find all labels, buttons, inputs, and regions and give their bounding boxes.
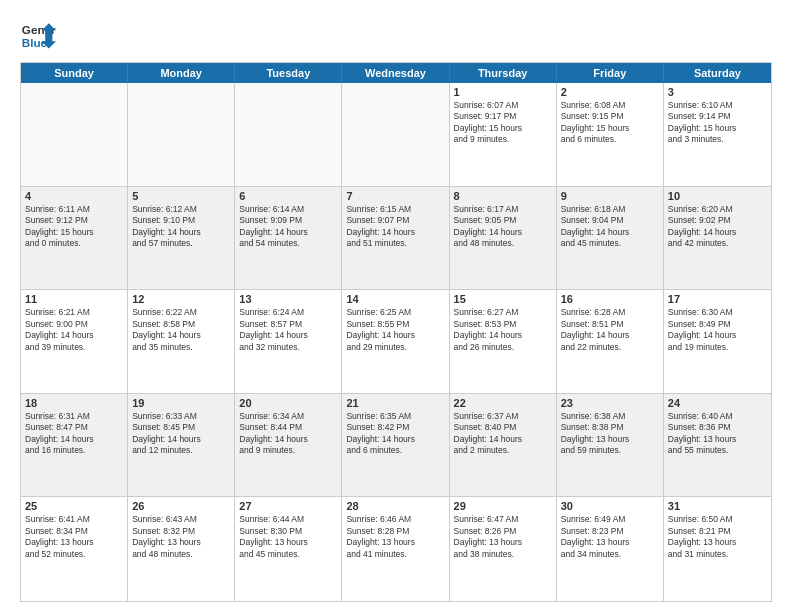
day-number: 18 [25,397,123,409]
day-info: Sunrise: 6:35 AM Sunset: 8:42 PM Dayligh… [346,411,444,457]
day-number: 26 [132,500,230,512]
day-number: 5 [132,190,230,202]
day-number: 10 [668,190,767,202]
calendar-cell: 19Sunrise: 6:33 AM Sunset: 8:45 PM Dayli… [128,394,235,497]
day-info: Sunrise: 6:20 AM Sunset: 9:02 PM Dayligh… [668,204,767,250]
day-info: Sunrise: 6:27 AM Sunset: 8:53 PM Dayligh… [454,307,552,353]
day-number: 8 [454,190,552,202]
calendar-cell: 30Sunrise: 6:49 AM Sunset: 8:23 PM Dayli… [557,497,664,601]
calendar-cell: 17Sunrise: 6:30 AM Sunset: 8:49 PM Dayli… [664,290,771,393]
day-info: Sunrise: 6:47 AM Sunset: 8:26 PM Dayligh… [454,514,552,560]
day-number: 4 [25,190,123,202]
day-info: Sunrise: 6:49 AM Sunset: 8:23 PM Dayligh… [561,514,659,560]
day-number: 17 [668,293,767,305]
calendar-cell: 12Sunrise: 6:22 AM Sunset: 8:58 PM Dayli… [128,290,235,393]
calendar-cell: 31Sunrise: 6:50 AM Sunset: 8:21 PM Dayli… [664,497,771,601]
calendar-cell [128,83,235,186]
day-number: 15 [454,293,552,305]
day-info: Sunrise: 6:15 AM Sunset: 9:07 PM Dayligh… [346,204,444,250]
day-number: 14 [346,293,444,305]
day-number: 31 [668,500,767,512]
calendar: SundayMondayTuesdayWednesdayThursdayFrid… [20,62,772,602]
day-info: Sunrise: 6:38 AM Sunset: 8:38 PM Dayligh… [561,411,659,457]
calendar-cell: 3Sunrise: 6:10 AM Sunset: 9:14 PM Daylig… [664,83,771,186]
day-info: Sunrise: 6:50 AM Sunset: 8:21 PM Dayligh… [668,514,767,560]
calendar-cell [21,83,128,186]
calendar-cell: 24Sunrise: 6:40 AM Sunset: 8:36 PM Dayli… [664,394,771,497]
calendar-cell: 13Sunrise: 6:24 AM Sunset: 8:57 PM Dayli… [235,290,342,393]
day-info: Sunrise: 6:30 AM Sunset: 8:49 PM Dayligh… [668,307,767,353]
calendar-body: 1Sunrise: 6:07 AM Sunset: 9:17 PM Daylig… [21,83,771,601]
day-number: 9 [561,190,659,202]
calendar-cell: 14Sunrise: 6:25 AM Sunset: 8:55 PM Dayli… [342,290,449,393]
day-number: 20 [239,397,337,409]
calendar-cell: 26Sunrise: 6:43 AM Sunset: 8:32 PM Dayli… [128,497,235,601]
calendar-row: 1Sunrise: 6:07 AM Sunset: 9:17 PM Daylig… [21,83,771,187]
calendar-cell: 25Sunrise: 6:41 AM Sunset: 8:34 PM Dayli… [21,497,128,601]
day-info: Sunrise: 6:28 AM Sunset: 8:51 PM Dayligh… [561,307,659,353]
calendar-cell: 28Sunrise: 6:46 AM Sunset: 8:28 PM Dayli… [342,497,449,601]
day-number: 2 [561,86,659,98]
header-day: Monday [128,63,235,83]
calendar-cell: 10Sunrise: 6:20 AM Sunset: 9:02 PM Dayli… [664,187,771,290]
day-info: Sunrise: 6:07 AM Sunset: 9:17 PM Dayligh… [454,100,552,146]
day-number: 28 [346,500,444,512]
calendar-cell: 20Sunrise: 6:34 AM Sunset: 8:44 PM Dayli… [235,394,342,497]
day-number: 6 [239,190,337,202]
calendar-cell: 1Sunrise: 6:07 AM Sunset: 9:17 PM Daylig… [450,83,557,186]
day-info: Sunrise: 6:34 AM Sunset: 8:44 PM Dayligh… [239,411,337,457]
calendar-cell: 11Sunrise: 6:21 AM Sunset: 9:00 PM Dayli… [21,290,128,393]
header-day: Wednesday [342,63,449,83]
day-number: 29 [454,500,552,512]
day-info: Sunrise: 6:08 AM Sunset: 9:15 PM Dayligh… [561,100,659,146]
header-day: Sunday [21,63,128,83]
logo-icon: General Blue [20,16,56,52]
day-info: Sunrise: 6:46 AM Sunset: 8:28 PM Dayligh… [346,514,444,560]
calendar-cell: 21Sunrise: 6:35 AM Sunset: 8:42 PM Dayli… [342,394,449,497]
day-number: 21 [346,397,444,409]
day-info: Sunrise: 6:21 AM Sunset: 9:00 PM Dayligh… [25,307,123,353]
day-number: 19 [132,397,230,409]
header-day: Thursday [450,63,557,83]
day-info: Sunrise: 6:24 AM Sunset: 8:57 PM Dayligh… [239,307,337,353]
header-day: Saturday [664,63,771,83]
header: General Blue [20,16,772,52]
day-info: Sunrise: 6:43 AM Sunset: 8:32 PM Dayligh… [132,514,230,560]
calendar-header: SundayMondayTuesdayWednesdayThursdayFrid… [21,63,771,83]
calendar-cell: 4Sunrise: 6:11 AM Sunset: 9:12 PM Daylig… [21,187,128,290]
header-day: Friday [557,63,664,83]
day-info: Sunrise: 6:33 AM Sunset: 8:45 PM Dayligh… [132,411,230,457]
day-number: 23 [561,397,659,409]
day-info: Sunrise: 6:14 AM Sunset: 9:09 PM Dayligh… [239,204,337,250]
calendar-cell: 7Sunrise: 6:15 AM Sunset: 9:07 PM Daylig… [342,187,449,290]
day-info: Sunrise: 6:40 AM Sunset: 8:36 PM Dayligh… [668,411,767,457]
day-number: 13 [239,293,337,305]
day-info: Sunrise: 6:31 AM Sunset: 8:47 PM Dayligh… [25,411,123,457]
day-info: Sunrise: 6:18 AM Sunset: 9:04 PM Dayligh… [561,204,659,250]
day-number: 27 [239,500,337,512]
calendar-row: 25Sunrise: 6:41 AM Sunset: 8:34 PM Dayli… [21,497,771,601]
day-number: 3 [668,86,767,98]
calendar-cell: 23Sunrise: 6:38 AM Sunset: 8:38 PM Dayli… [557,394,664,497]
calendar-cell: 2Sunrise: 6:08 AM Sunset: 9:15 PM Daylig… [557,83,664,186]
calendar-cell: 22Sunrise: 6:37 AM Sunset: 8:40 PM Dayli… [450,394,557,497]
day-number: 22 [454,397,552,409]
day-number: 11 [25,293,123,305]
day-info: Sunrise: 6:37 AM Sunset: 8:40 PM Dayligh… [454,411,552,457]
day-number: 7 [346,190,444,202]
day-number: 25 [25,500,123,512]
calendar-cell: 18Sunrise: 6:31 AM Sunset: 8:47 PM Dayli… [21,394,128,497]
logo: General Blue [20,16,56,52]
page: General Blue SundayMondayTuesdayWednesda… [0,0,792,612]
calendar-row: 18Sunrise: 6:31 AM Sunset: 8:47 PM Dayli… [21,394,771,498]
calendar-cell [342,83,449,186]
day-number: 30 [561,500,659,512]
calendar-cell: 9Sunrise: 6:18 AM Sunset: 9:04 PM Daylig… [557,187,664,290]
calendar-cell: 5Sunrise: 6:12 AM Sunset: 9:10 PM Daylig… [128,187,235,290]
day-number: 1 [454,86,552,98]
day-number: 12 [132,293,230,305]
calendar-cell: 27Sunrise: 6:44 AM Sunset: 8:30 PM Dayli… [235,497,342,601]
calendar-cell: 29Sunrise: 6:47 AM Sunset: 8:26 PM Dayli… [450,497,557,601]
calendar-row: 11Sunrise: 6:21 AM Sunset: 9:00 PM Dayli… [21,290,771,394]
day-info: Sunrise: 6:17 AM Sunset: 9:05 PM Dayligh… [454,204,552,250]
